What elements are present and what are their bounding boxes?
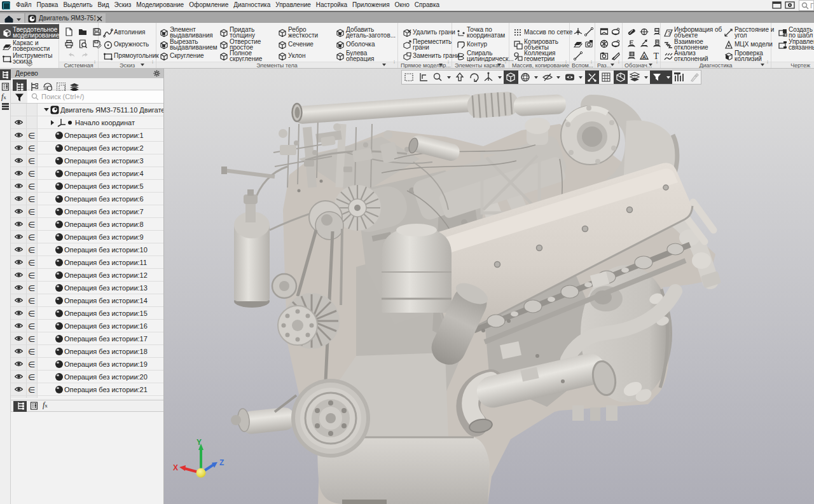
svg-text:П: П [810, 2, 813, 10]
svg-text:?: ? [668, 30, 671, 36]
svg-text:X: X [173, 463, 178, 472]
svg-text:Z: Z [219, 458, 224, 467]
svg-text:A: A [642, 54, 646, 60]
svg-text:Y: Y [197, 438, 202, 447]
